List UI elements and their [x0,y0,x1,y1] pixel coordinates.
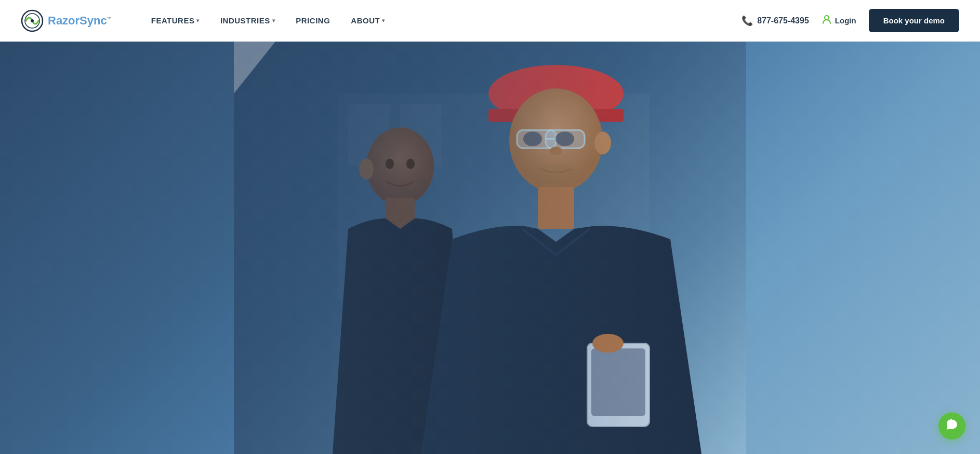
phone-icon: 📞 [741,15,753,27]
phone-number[interactable]: 📞 877-675-4395 [741,15,809,27]
workers-illustration [0,42,980,454]
svg-point-2 [31,19,34,22]
logo-razor: RazorSync [48,14,107,27]
chat-widget[interactable] [938,412,965,439]
nav-right: 📞 877-675-4395 Login Book your demo [741,9,959,32]
hero-background [0,42,980,454]
nav-demo-button[interactable]: Book your demo [869,9,959,32]
logo-text: RazorSync™ [48,14,112,28]
logo-icon [21,9,44,32]
about-chevron-icon: ▾ [382,18,385,23]
navbar: RazorSync™ FEATURES ▾ INDUSTRIES ▾ PRICI… [0,0,980,42]
svg-point-3 [825,16,829,20]
login-button[interactable]: Login [822,14,856,27]
nav-industries[interactable]: INDUSTRIES ▾ [212,12,283,29]
hero-section: THE TOP-RATED FIELD SERVICE SOFTWARE Gro… [0,42,980,454]
chat-bubble-icon [945,418,959,434]
user-icon [822,14,832,27]
nav-about[interactable]: ABOUT ▾ [342,12,393,29]
nav-features[interactable]: FEATURES ▾ [143,12,208,29]
logo[interactable]: RazorSync™ [21,9,112,32]
features-chevron-icon: ▾ [196,18,200,23]
industries-chevron-icon: ▾ [272,18,275,23]
nav-links: FEATURES ▾ INDUSTRIES ▾ PRICING ABOUT ▾ [143,12,741,29]
hero-image [0,42,980,454]
nav-pricing[interactable]: PRICING [287,12,338,29]
svg-rect-28 [234,42,746,454]
